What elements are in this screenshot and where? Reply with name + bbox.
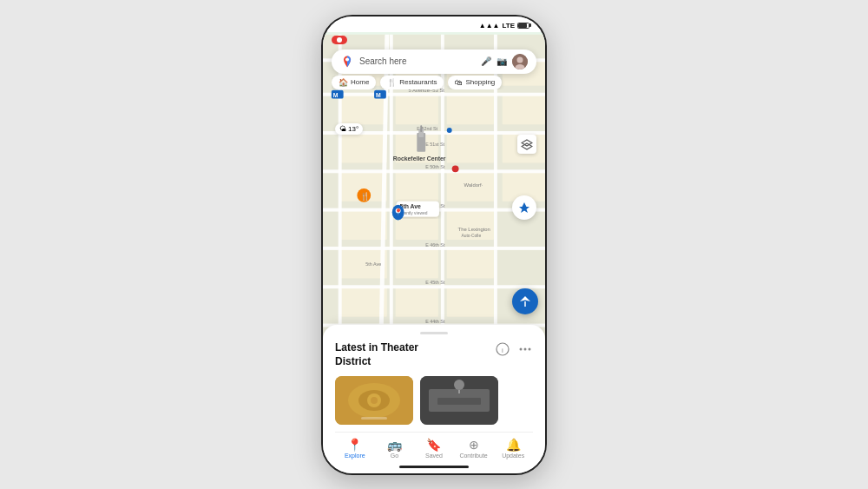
location-button[interactable] — [512, 195, 536, 220]
lte-label: LTE — [502, 22, 515, 30]
svg-rect-27 — [323, 92, 545, 96]
temp-icon: 🌤 — [339, 125, 346, 133]
pill-home[interactable]: 🏠 Home — [332, 76, 376, 89]
signal-icon: ▲▲▲ — [479, 22, 500, 30]
svg-rect-14 — [396, 171, 438, 201]
record-dot — [337, 37, 342, 43]
go-icon: 🚌 — [387, 438, 402, 452]
svg-text:E 51st St: E 51st St — [425, 141, 444, 146]
svg-rect-4 — [396, 94, 438, 123]
navigation-fab[interactable] — [512, 288, 538, 314]
svg-rect-62 — [420, 125, 422, 132]
svg-text:E 44th St: E 44th St — [425, 318, 445, 323]
updates-icon: 🔔 — [506, 438, 521, 452]
panel-handle[interactable] — [420, 332, 448, 334]
battery-icon — [517, 23, 529, 29]
nav-explore[interactable]: 📍 Explore — [338, 438, 372, 459]
svg-rect-29 — [323, 169, 545, 173]
nav-updates[interactable]: 🔔 Updates — [496, 438, 530, 459]
svg-text:E 45th St: E 45th St — [425, 280, 445, 285]
search-bar-container: Search here 🎤 📷 — [332, 50, 536, 74]
svg-text:The Lexington: The Lexington — [458, 227, 490, 232]
record-button[interactable] — [332, 36, 347, 44]
svg-rect-32 — [323, 285, 545, 288]
svg-rect-17 — [340, 209, 387, 239]
home-indicator — [399, 466, 469, 468]
saved-label: Saved — [425, 453, 443, 459]
maps-logo-icon — [340, 55, 354, 69]
temperature-value: 13° — [348, 125, 358, 133]
svg-rect-25 — [447, 287, 494, 316]
panel-actions: i — [495, 341, 533, 357]
nav-contribute[interactable]: ⊕ Contribute — [457, 438, 491, 459]
search-input-text[interactable]: Search here — [359, 56, 476, 66]
svg-text:Auto·Colle: Auto·Colle — [462, 234, 482, 238]
svg-rect-90 — [437, 398, 481, 405]
svg-text:M: M — [376, 91, 381, 97]
saved-icon: 🔖 — [426, 438, 441, 452]
camera-icon[interactable]: 📷 — [496, 56, 507, 66]
more-options-button[interactable] — [517, 341, 533, 357]
status-icons: ▲▲▲ LTE — [479, 22, 529, 30]
shopping-icon: 🛍 — [455, 78, 463, 87]
explore-label: Explore — [345, 453, 365, 459]
user-avatar[interactable] — [512, 54, 528, 69]
info-button[interactable]: i — [495, 341, 510, 357]
svg-text:🍴: 🍴 — [360, 190, 371, 201]
mic-icon[interactable]: 🎤 — [481, 56, 491, 66]
svg-point-72 — [345, 57, 349, 61]
pill-shopping[interactable]: 🛍 Shopping — [448, 76, 502, 89]
svg-text:i: i — [502, 347, 503, 354]
bottom-nav: 📍 Explore 🚌 Go 🔖 Saved ⊕ Contribute 🔔 Up… — [335, 432, 533, 462]
nav-saved[interactable]: 🔖 Saved — [417, 438, 451, 459]
go-label: Go — [391, 453, 398, 459]
home-icon: 🏠 — [339, 78, 348, 87]
svg-rect-24 — [396, 287, 438, 316]
category-pills: 🏠 Home 🍴 Restaurants 🛍 Shopping — [332, 76, 545, 89]
svg-point-74 — [517, 56, 523, 63]
status-bar: ▲▲▲ LTE — [323, 17, 545, 31]
svg-text:E 50th St: E 50th St — [425, 164, 445, 169]
svg-rect-11 — [447, 133, 494, 162]
search-bar[interactable]: Search here 🎤 📷 — [332, 50, 536, 74]
svg-text:5th Ave: 5th Ave — [365, 261, 381, 266]
temperature-badge: 🌤 13° — [335, 123, 363, 135]
pill-home-label: Home — [351, 78, 369, 86]
restaurants-icon: 🍴 — [387, 78, 397, 87]
svg-point-88 — [454, 380, 464, 390]
contribute-label: Contribute — [459, 453, 487, 459]
svg-rect-22 — [447, 248, 494, 277]
pill-restaurants-label: Restaurants — [399, 78, 437, 86]
svg-text:M: M — [333, 91, 339, 97]
svg-rect-21 — [396, 248, 438, 277]
svg-point-80 — [529, 348, 531, 351]
svg-rect-9 — [340, 133, 387, 162]
nav-go[interactable]: 🚌 Go — [377, 438, 411, 459]
pill-shopping-label: Shopping — [465, 78, 495, 86]
panel-header: Latest in TheaterDistrict i — [335, 341, 533, 368]
updates-label: Updates — [502, 453, 524, 459]
photo-row — [335, 376, 533, 425]
photo-thumb-2[interactable] — [420, 376, 498, 425]
svg-point-79 — [524, 348, 527, 351]
svg-text:📍: 📍 — [394, 207, 403, 215]
phone-frame: W 55th St 5 Avenue–53 St E 52nd St E 51s… — [321, 15, 547, 475]
panel-title: Latest in TheaterDistrict — [335, 341, 418, 368]
svg-text:Waldorf·: Waldorf· — [464, 182, 483, 188]
battery-fill — [518, 23, 527, 28]
bottom-panel: Latest in TheaterDistrict i — [323, 325, 545, 472]
svg-rect-3 — [340, 94, 387, 123]
svg-point-85 — [371, 397, 378, 404]
photo-thumb-1[interactable] — [335, 376, 413, 425]
svg-rect-8 — [503, 94, 545, 123]
contribute-icon: ⊕ — [469, 438, 479, 452]
explore-icon: 📍 — [347, 438, 362, 452]
layers-button[interactable] — [517, 135, 536, 154]
svg-rect-6 — [447, 94, 494, 123]
svg-point-69 — [447, 128, 452, 133]
svg-text:E 46th St: E 46th St — [425, 241, 445, 247]
svg-point-78 — [520, 348, 523, 351]
pill-restaurants[interactable]: 🍴 Restaurants — [380, 76, 444, 89]
svg-point-68 — [452, 165, 459, 172]
svg-text:Rockefeller Center: Rockefeller Center — [393, 155, 446, 162]
